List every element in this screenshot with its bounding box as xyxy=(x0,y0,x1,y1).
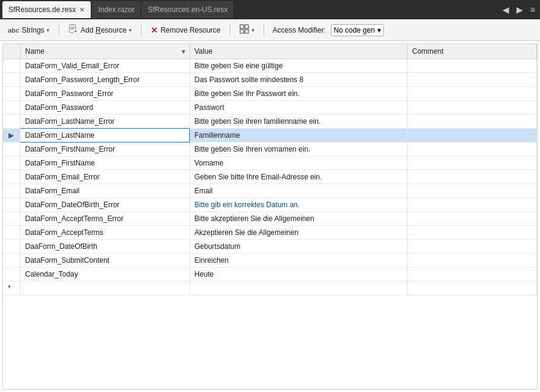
row-indicator xyxy=(3,73,20,87)
table-row[interactable]: DataForm_Password_Length_ErrorDas Passwo… xyxy=(3,73,537,87)
row-value[interactable]: Passwort xyxy=(189,101,407,115)
table-row[interactable]: ▶DataForm_LastNameFamilienname xyxy=(3,129,537,143)
col-header-value: Value xyxy=(189,44,407,59)
tab-label: SfResources.de.resx xyxy=(8,5,76,14)
table-row[interactable]: DataForm_Email_ErrorGeben Sie bitte Ihre… xyxy=(3,170,537,184)
row-value[interactable]: Bitte gib ein korrektes Datum an. xyxy=(189,198,407,212)
row-name[interactable]: DataForm_AcceptTerms xyxy=(20,226,189,240)
row-value[interactable]: Familienname xyxy=(189,129,407,143)
row-comment[interactable] xyxy=(407,115,537,129)
row-name[interactable]: DataForm_SubmitContent xyxy=(20,254,189,268)
access-modifier-select[interactable]: No code gen ▾ xyxy=(331,24,384,36)
row-comment[interactable] xyxy=(407,87,537,101)
row-comment[interactable] xyxy=(407,156,537,170)
row-value[interactable]: Bitte akzeptieren Sie die Allgemeinen xyxy=(189,212,407,226)
new-row-cell[interactable] xyxy=(407,281,537,295)
row-value[interactable]: Vorname xyxy=(189,156,407,170)
row-indicator xyxy=(3,59,20,73)
table-row[interactable]: DataForm_FirstName_ErrorBitte geben Sie … xyxy=(3,143,537,156)
row-value[interactable]: Heute xyxy=(189,268,407,281)
row-comment[interactable] xyxy=(407,240,537,254)
row-indicator xyxy=(3,101,20,115)
row-value[interactable]: Akzeptieren Sie die Allgemeinen xyxy=(189,226,407,240)
separator-4 xyxy=(264,24,264,36)
row-value[interactable]: Bitte geben Sie ihren familienname ein. xyxy=(189,115,407,129)
table-row[interactable]: DataForm_FirstNameVorname xyxy=(3,156,537,170)
table-row[interactable]: DaaForm_DateOfBirthGeburtsdatum xyxy=(3,240,537,254)
row-comment[interactable] xyxy=(407,268,537,281)
row-name[interactable]: DataForm_DateOfBirth_Error xyxy=(20,198,189,212)
row-value[interactable]: Geben Sie bitte Ihre Email-Adresse ein. xyxy=(189,170,407,184)
add-resource-dropdown-arrow: ▾ xyxy=(129,27,132,33)
row-value[interactable]: Das Passwort sollte mindestens 8 xyxy=(189,73,407,87)
strings-dropdown-arrow: ▾ xyxy=(47,27,50,33)
col-header-indicator xyxy=(3,44,20,59)
row-name[interactable]: DataForm_Email_Error xyxy=(20,170,189,184)
row-name[interactable]: DataForm_Password xyxy=(20,101,189,115)
row-comment[interactable] xyxy=(407,59,537,73)
remove-resource-button[interactable]: ✕ Remove Resource xyxy=(148,24,223,37)
tab-nav-menu[interactable]: ≡ xyxy=(528,4,538,16)
row-comment[interactable] xyxy=(407,198,537,212)
table-row[interactable]: DataForm_Password_ErrorBitte geben Sie I… xyxy=(3,87,537,101)
row-comment[interactable] xyxy=(407,254,537,268)
tab-nav-left[interactable]: ◀ xyxy=(500,4,512,16)
table-row[interactable]: Calendar_TodayHeute xyxy=(3,268,537,281)
row-comment[interactable] xyxy=(407,184,537,198)
table-row[interactable]: DataForm_SubmitContentEinreichen xyxy=(3,254,537,268)
row-comment[interactable] xyxy=(407,212,537,226)
col-header-comment: Comment xyxy=(407,44,537,59)
row-name[interactable]: DataForm_Email xyxy=(20,184,189,198)
row-comment[interactable] xyxy=(407,73,537,87)
row-value[interactable]: Geburtsdatum xyxy=(189,240,407,254)
add-resource-icon: + xyxy=(68,24,78,36)
row-comment[interactable] xyxy=(407,143,537,156)
row-comment[interactable] xyxy=(407,170,537,184)
row-value[interactable]: Bitte geben Sie eine gültige xyxy=(189,59,407,73)
table-row[interactable]: DataForm_EmailEmail xyxy=(3,184,537,198)
close-icon[interactable]: ✕ xyxy=(79,6,85,14)
resource-table-container[interactable]: Name ▼ Value Comment DataForm_Valid_Emai… xyxy=(2,43,538,390)
row-value[interactable]: Bitte geben Sie Ihren vornamen ein. xyxy=(189,143,407,156)
row-name[interactable]: DataForm_AcceptTerms_Error xyxy=(20,212,189,226)
tab-bar: SfResources.de.resx ✕ Index.razor SfReso… xyxy=(0,0,540,19)
table-row[interactable]: DataForm_AcceptTerms_ErrorBitte akzeptie… xyxy=(3,212,537,226)
row-value[interactable]: Bitte geben Sie Ihr Passwort ein. xyxy=(189,87,407,101)
table-row[interactable]: DataForm_DateOfBirth_ErrorBitte gib ein … xyxy=(3,198,537,212)
row-value[interactable]: Einreichen xyxy=(189,254,407,268)
row-name[interactable]: DataForm_Valid_Email_Error xyxy=(20,59,189,73)
tab-nav-right[interactable]: ▶ xyxy=(514,4,525,16)
tab-label: SfResources.en-US.resx xyxy=(148,5,227,14)
row-name[interactable]: DataForm_FirstName xyxy=(20,156,189,170)
row-indicator xyxy=(3,156,20,170)
new-row-cell[interactable] xyxy=(20,281,189,295)
abc-icon: abc xyxy=(8,27,19,34)
col-header-name[interactable]: Name ▼ xyxy=(20,44,189,59)
tab-sfresources-de[interactable]: SfResources.de.resx ✕ xyxy=(2,1,91,18)
tab-sfresources-en[interactable]: SfResources.en-US.resx xyxy=(142,1,233,18)
add-resource-button[interactable]: + Add Resource ▾ xyxy=(65,22,135,37)
row-comment[interactable] xyxy=(407,226,537,240)
row-name[interactable]: DaaForm_DateOfBirth xyxy=(20,240,189,254)
access-modifier-value: No code gen xyxy=(334,26,375,34)
row-name[interactable]: DataForm_Password_Length_Error xyxy=(20,73,189,87)
separator-3 xyxy=(230,24,230,36)
table-row[interactable]: DataForm_PasswordPasswort xyxy=(3,101,537,115)
row-value[interactable]: Email xyxy=(189,184,407,198)
row-name[interactable]: DataForm_FirstName_Error xyxy=(20,143,189,156)
row-name[interactable]: DataForm_Password_Error xyxy=(20,87,189,101)
tab-index-razor[interactable]: Index.razor xyxy=(92,1,140,18)
strings-button[interactable]: abc Strings ▾ xyxy=(5,24,53,36)
table-row[interactable]: DataForm_AcceptTermsAkzeptieren Sie die … xyxy=(3,226,537,240)
new-row-cell[interactable] xyxy=(189,281,407,295)
grid-view-button[interactable]: ▾ xyxy=(236,22,258,37)
row-indicator xyxy=(3,87,20,101)
row-comment[interactable] xyxy=(407,101,537,115)
sort-icon: ▼ xyxy=(181,48,187,55)
row-name[interactable]: Calendar_Today xyxy=(20,268,189,281)
row-name[interactable]: DataForm_LastName_Error xyxy=(20,115,189,129)
row-comment[interactable] xyxy=(407,129,537,143)
table-row[interactable]: DataForm_Valid_Email_ErrorBitte geben Si… xyxy=(3,59,537,73)
row-name[interactable]: DataForm_LastName xyxy=(20,129,189,143)
table-row[interactable]: DataForm_LastName_ErrorBitte geben Sie i… xyxy=(3,115,537,129)
